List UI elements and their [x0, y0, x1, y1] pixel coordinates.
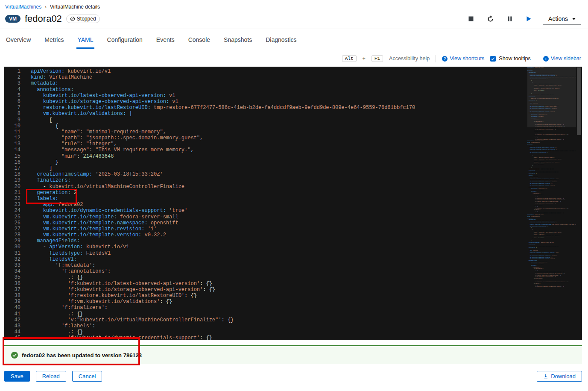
- tab-events[interactable]: Events: [155, 32, 176, 49]
- line-number: 18: [4, 171, 20, 177]
- tab-snapshots[interactable]: Snapshots: [223, 32, 253, 49]
- line-number: 20: [4, 184, 20, 190]
- line-number: 15: [4, 153, 20, 159]
- code-line: 'f:kubevirt.io/dynamic-credentials-suppo…: [31, 335, 582, 340]
- line-number: 10: [4, 123, 20, 129]
- line-number: 27: [4, 226, 20, 232]
- code-line: vm.kubevirt.io/template: fedora-server-s…: [31, 214, 582, 220]
- line-number: 24: [4, 208, 20, 214]
- editor-scrollbar[interactable]: [576, 67, 582, 340]
- accessibility-help-label: Accessibility help: [389, 56, 430, 62]
- code-line: .: {}: [31, 329, 582, 335]
- play-icon: [526, 16, 532, 22]
- download-button[interactable]: Download: [537, 371, 582, 382]
- line-number: 12: [4, 135, 20, 141]
- tab-diagnostics[interactable]: Diagnostics: [265, 32, 297, 49]
- code-line: 'f:labels':: [31, 323, 582, 329]
- line-number: 3: [4, 80, 20, 86]
- chevron-down-icon: [572, 18, 576, 20]
- success-alert: fedora02 has been updated to version 786…: [4, 345, 582, 364]
- code-line: - kubevirt.io/virtualMachineControllerFi…: [31, 184, 582, 190]
- code-content[interactable]: apiVersion: kubevirt.io/v1kind: VirtualM…: [26, 67, 582, 340]
- pause-button[interactable]: [505, 14, 515, 24]
- breadcrumb-link-virtualmachines[interactable]: VirtualMachines: [5, 4, 41, 10]
- code-line: 'f:metadata':: [31, 262, 582, 268]
- line-number: 13: [4, 141, 20, 147]
- toolbar-divider: [436, 55, 436, 62]
- line-number: 36: [4, 281, 20, 287]
- line-numbers: 1234567891011121314151617181920212223242…: [4, 67, 26, 340]
- tab-metrics[interactable]: Metrics: [44, 32, 64, 49]
- code-line: generation: 2: [31, 190, 582, 196]
- page-header-actions: Actions: [466, 13, 581, 25]
- code-line: "path": "jsonpath::.spec.domain.memory.g…: [31, 135, 582, 141]
- tab-configuration[interactable]: Configuration: [106, 32, 143, 49]
- line-number: 5: [4, 93, 20, 99]
- line-number: 43: [4, 323, 20, 329]
- code-line: {: [31, 123, 582, 129]
- stopped-icon: [70, 16, 75, 21]
- line-number: 41: [4, 311, 20, 317]
- code-line: annotations:: [31, 87, 582, 93]
- alert-message: fedora02 has been updated to version 786…: [22, 352, 142, 359]
- tab-console[interactable]: Console: [187, 32, 211, 49]
- code-line: 'f:annotations':: [31, 268, 582, 274]
- view-sidebar-link[interactable]: i View sidebar: [543, 56, 581, 62]
- line-number: 14: [4, 147, 20, 153]
- actions-dropdown[interactable]: Actions: [543, 13, 581, 25]
- code-line: 'f:vm.kubevirt.io/validations': {}: [31, 299, 582, 305]
- save-button[interactable]: Save: [4, 371, 30, 382]
- cancel-button[interactable]: Cancel: [72, 371, 102, 382]
- yaml-editor[interactable]: 1234567891011121314151617181920212223242…: [4, 67, 582, 340]
- line-number: 2: [4, 74, 20, 80]
- line-number: 23: [4, 202, 20, 208]
- view-sidebar-label: View sidebar: [551, 56, 581, 62]
- vm-resource-badge: VM: [5, 15, 20, 23]
- line-number: 17: [4, 165, 20, 171]
- code-line: fieldsType: FieldsV1: [31, 250, 582, 256]
- line-number: 8: [4, 111, 20, 117]
- line-number: 21: [4, 190, 20, 196]
- breadcrumb: VirtualMachines › VirtualMachine details: [0, 0, 588, 10]
- line-number: 30: [4, 244, 20, 250]
- page-header: VM fedora02 Stopped: [0, 10, 588, 29]
- code-line: 'f:restore.kubevirt.io/lastRestoreUID': …: [31, 293, 582, 299]
- info-icon: i: [543, 56, 549, 62]
- status-badge: Stopped: [66, 15, 100, 23]
- tab-bar: OverviewMetricsYAMLConfigurationEventsCo…: [0, 32, 588, 49]
- tab-overview[interactable]: Overview: [5, 32, 32, 49]
- toolbar-divider: [537, 55, 537, 62]
- stop-button[interactable]: [466, 14, 476, 24]
- breadcrumb-separator-icon: ›: [45, 4, 47, 9]
- minimap-viewport[interactable]: [527, 67, 576, 127]
- line-number: 26: [4, 220, 20, 226]
- stop-icon: [468, 16, 474, 22]
- code-line: managedFields:: [31, 238, 582, 244]
- code-line: creationTimestamp: '2025-03-18T15:33:20Z…: [31, 171, 582, 177]
- line-number: 25: [4, 214, 20, 220]
- code-line: .: {}: [31, 274, 582, 280]
- code-line: - apiVersion: kubevirt.io/v1: [31, 244, 582, 250]
- show-tooltips-checkbox[interactable]: Show tooltips: [490, 56, 530, 62]
- scrollbar-thumb[interactable]: [577, 68, 581, 135]
- line-number: 34: [4, 268, 20, 274]
- line-number: 11: [4, 129, 20, 135]
- line-number: 40: [4, 305, 20, 311]
- code-line: labels:: [31, 196, 582, 202]
- start-button[interactable]: [524, 14, 533, 24]
- line-number: 1: [4, 68, 20, 74]
- line-number: 19: [4, 177, 20, 183]
- line-number: 22: [4, 196, 20, 202]
- code-line: "name": "minimal-required-memory",: [31, 129, 582, 135]
- code-line: fieldsV1:: [31, 256, 582, 262]
- line-number: 7: [4, 105, 20, 111]
- restart-button[interactable]: [485, 14, 496, 24]
- reload-button[interactable]: Reload: [36, 371, 66, 382]
- code-line: [: [31, 117, 582, 123]
- kbd-f1: F1: [372, 55, 383, 62]
- code-line: app: fedora02: [31, 202, 582, 208]
- line-number: 31: [4, 250, 20, 256]
- page-header-left: VM fedora02 Stopped: [5, 13, 100, 24]
- view-shortcuts-link[interactable]: ? View shortcuts: [442, 56, 484, 62]
- tab-yaml[interactable]: YAML: [76, 32, 94, 49]
